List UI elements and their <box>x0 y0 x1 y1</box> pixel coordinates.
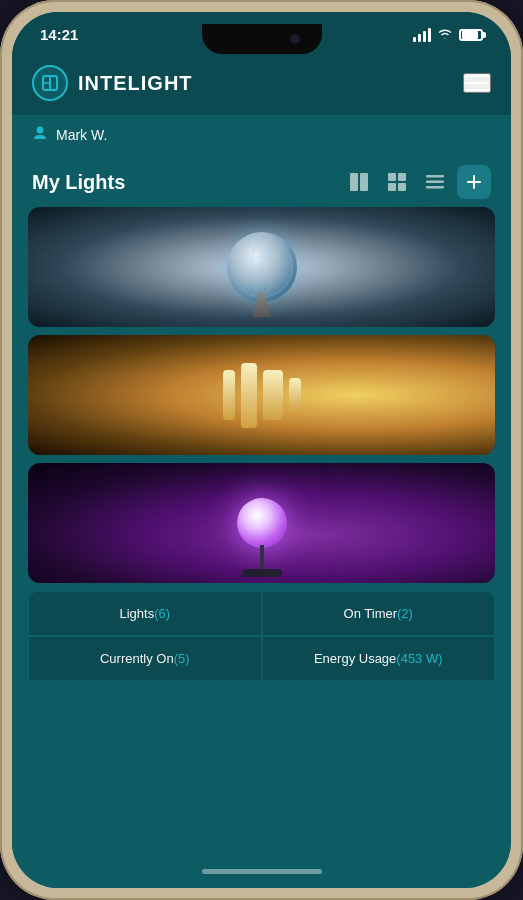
phone-screen: 14:21 <box>12 12 511 888</box>
stat-currently-on-value: (5) <box>174 651 190 666</box>
view-grid-button[interactable] <box>381 166 413 198</box>
stat-currently-on-label: Currently On <box>100 651 174 666</box>
view-list-button[interactable] <box>419 166 451 198</box>
stat-lights-label: Lights <box>119 606 154 621</box>
logo-bold-text: L <box>128 72 141 94</box>
logo-bold-text2: GHT <box>147 72 192 94</box>
user-icon <box>32 125 48 145</box>
home-indicator <box>12 859 511 888</box>
lights-title: My Lights <box>32 171 125 194</box>
lights-list: Plasma Sphere <box>12 207 511 583</box>
stat-on-timer-label: On Timer <box>344 606 397 621</box>
menu-button[interactable] <box>463 73 491 93</box>
logo-icon <box>32 65 68 101</box>
svg-rect-6 <box>388 173 396 181</box>
logo-area: INTELIGHT <box>32 65 193 101</box>
stats-footer: Lights (6) On Timer (2) Currently On (5)… <box>28 591 495 681</box>
stat-on-timer: On Timer (2) <box>262 591 496 636</box>
app-header: INTELIGHT <box>12 51 511 115</box>
plasma-sphere-image <box>28 207 495 327</box>
signal-icon <box>413 28 431 42</box>
svg-rect-14 <box>467 181 481 183</box>
phone-frame: 14:21 <box>0 0 523 900</box>
lights-header: My Lights <box>12 155 511 207</box>
stat-energy-value: (453 W) <box>396 651 442 666</box>
svg-rect-11 <box>426 181 444 184</box>
home-bar <box>202 869 322 874</box>
stat-lights-value: (6) <box>154 606 170 621</box>
battery-icon <box>459 29 483 41</box>
svg-rect-12 <box>426 186 444 189</box>
stat-energy-label: Energy Usage <box>314 651 396 666</box>
svg-rect-7 <box>398 173 406 181</box>
add-light-button[interactable] <box>457 165 491 199</box>
stat-energy: Energy Usage (453 W) <box>262 636 496 681</box>
notch <box>202 24 322 54</box>
logo-text: INTELIGHT <box>78 72 193 95</box>
svg-point-3 <box>37 127 44 134</box>
wifi-icon <box>437 27 453 43</box>
light-card-radius-cube: Radius Cube <box>28 335 495 455</box>
svg-rect-4 <box>350 173 358 191</box>
svg-rect-9 <box>398 183 406 191</box>
status-time: 14:21 <box>40 26 78 43</box>
user-name: Mark W. <box>56 127 107 143</box>
stat-on-timer-value: (2) <box>397 606 413 621</box>
radius-cube-image <box>28 335 495 455</box>
logo-light-text: INTE <box>78 72 128 94</box>
light-card-glow-moon: Glow Moon <box>28 463 495 583</box>
user-area: Mark W. <box>12 115 511 155</box>
status-icons <box>413 27 483 43</box>
svg-rect-10 <box>426 175 444 178</box>
plasma-sphere-visual <box>227 232 297 302</box>
main-content: My Lights <box>12 155 511 859</box>
view-controls <box>343 165 491 199</box>
camera-dot <box>290 34 300 44</box>
view-split-button[interactable] <box>343 166 375 198</box>
stat-currently-on: Currently On (5) <box>28 636 262 681</box>
stat-lights: Lights (6) <box>28 591 262 636</box>
light-card-plasma-sphere: Plasma Sphere <box>28 207 495 327</box>
glow-moon-visual <box>237 498 287 548</box>
svg-rect-8 <box>388 183 396 191</box>
svg-rect-5 <box>360 173 368 191</box>
glow-moon-image <box>28 463 495 583</box>
